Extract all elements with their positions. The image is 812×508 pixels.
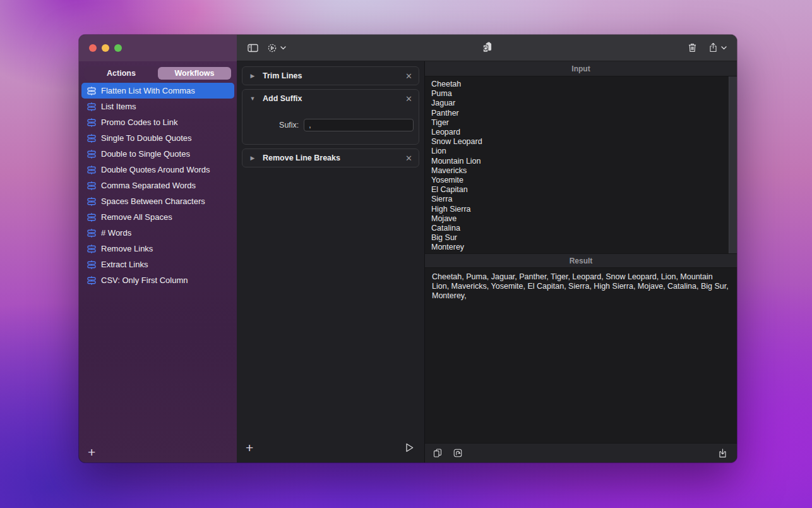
step-card-add-suffix: ▼ Add Suffix ✕ Sufix: xyxy=(242,89,419,145)
toolbar-left-group xyxy=(247,42,286,54)
run-settings-gear-icon xyxy=(266,42,278,54)
sidebar-tab-switcher: Actions Workflows xyxy=(84,66,232,80)
steps-panel: ▶ Trim Lines ✕ ▼ Add Suffix ✕ xyxy=(237,61,424,463)
toggle-sidebar-button[interactable] xyxy=(247,43,259,53)
run-settings-button[interactable] xyxy=(266,42,286,54)
workflow-stack-icon xyxy=(87,149,97,159)
sidebar-item-spaces-between-characters[interactable]: Spaces Between Characters xyxy=(81,193,234,209)
sidebar-item-extract-links[interactable]: Extract Links xyxy=(81,257,234,272)
add-step-button[interactable]: + xyxy=(246,441,253,454)
workflow-stack-icon xyxy=(87,102,97,112)
sidebar-titlebar xyxy=(79,35,237,61)
close-window-button[interactable] xyxy=(89,44,97,52)
sidebar-item-label: # Words xyxy=(101,228,131,238)
toolbar-right-group xyxy=(687,42,727,53)
disclosure-triangle-icon[interactable]: ▶ xyxy=(249,155,256,161)
sidebar-item-csv-only-first-column[interactable]: CSV: Only First Column xyxy=(81,272,234,288)
input-line: Snow Leopard xyxy=(431,137,731,147)
result-textarea[interactable]: Cheetah, Puma, Jaguar, Panther, Tiger, L… xyxy=(425,268,737,443)
use-result-as-input-button[interactable] xyxy=(453,448,463,458)
delete-workflow-button[interactable] xyxy=(687,42,698,53)
close-icon[interactable]: ✕ xyxy=(405,71,412,81)
minimize-window-button[interactable] xyxy=(102,44,109,52)
sidebar-item-comma-separated-words[interactable]: Comma Separated Words xyxy=(81,178,234,193)
sidebar-item-remove-links[interactable]: Remove Links xyxy=(81,241,234,257)
input-line: El Capitan xyxy=(431,185,731,195)
input-header: Input xyxy=(425,61,737,76)
input-line: High Sierra xyxy=(431,205,731,214)
input-header-label: Input xyxy=(571,64,590,73)
workflow-stack-icon xyxy=(87,197,97,207)
sidebar-item-flatten-list-with-commas[interactable]: Flatten List With Commas xyxy=(81,83,234,99)
close-icon[interactable]: ✕ xyxy=(405,154,412,163)
tab-actions[interactable]: Actions xyxy=(85,67,158,80)
step-title: Remove Line Breaks xyxy=(263,154,399,162)
input-line: Lion xyxy=(431,147,731,156)
input-line: Sierra xyxy=(431,195,731,204)
paste-replace-button[interactable] xyxy=(481,41,493,52)
save-result-button[interactable] xyxy=(717,448,728,459)
suffix-input[interactable] xyxy=(304,119,414,131)
sidebar-item-double-quotes-around-words[interactable]: Double Quotes Around Words xyxy=(81,162,234,178)
workflow-stack-icon xyxy=(87,181,97,191)
share-button[interactable] xyxy=(708,42,727,53)
content-area: ▶ Trim Lines ✕ ▼ Add Suffix ✕ xyxy=(237,61,737,463)
input-line: Mountain Lion xyxy=(431,157,731,166)
sidebar-item-promo-codes-to-link[interactable]: Promo Codes to Link xyxy=(81,114,234,130)
workflow-stack-icon xyxy=(87,165,97,175)
workflow-stack-icon xyxy=(87,260,97,270)
input-textarea[interactable]: Cheetah Puma Jaguar Panther Tiger Leopar… xyxy=(425,76,737,253)
input-line: Tiger xyxy=(431,118,731,128)
input-line: Catalina xyxy=(431,224,731,233)
step-card-body: Sufix: xyxy=(242,107,419,144)
sidebar-footer: + xyxy=(79,441,237,463)
save-download-icon xyxy=(717,448,728,459)
main-panel: ▶ Trim Lines ✕ ▼ Add Suffix ✕ xyxy=(237,35,737,463)
toolbar xyxy=(237,35,737,61)
input-line: Leopard xyxy=(431,128,731,137)
sidebar-item-label: CSV: Only First Column xyxy=(101,275,188,285)
suffix-field-label: Sufix: xyxy=(256,121,304,130)
result-header-label: Result xyxy=(570,257,593,265)
result-header: Result xyxy=(425,253,737,268)
input-scrollbar[interactable] xyxy=(729,76,737,253)
disclosure-triangle-icon[interactable]: ▶ xyxy=(249,73,256,79)
input-line: Yosemite xyxy=(431,176,731,185)
desktop-wallpaper: Actions Workflows Flatten List With Comm… xyxy=(0,0,812,508)
sidebar-item-num-words[interactable]: # Words xyxy=(81,225,234,241)
disclosure-triangle-icon[interactable]: ▼ xyxy=(249,95,256,102)
sidebar-item-double-to-single-quotes[interactable]: Double to Single Quotes xyxy=(81,146,234,162)
workflow-stack-icon xyxy=(87,118,97,128)
workflow-stack-icon xyxy=(87,86,97,96)
workflow-stack-icon xyxy=(87,212,97,222)
input-line: Mojave xyxy=(431,214,731,224)
sidebar-item-label: Spaces Between Characters xyxy=(101,197,205,206)
sidebar-item-label: Promo Codes to Link xyxy=(101,118,177,127)
step-card-trim-lines: ▶ Trim Lines ✕ xyxy=(242,66,419,85)
sidebar-item-list-items[interactable]: List Items xyxy=(81,99,234,114)
sidebar-item-label: Flatten List With Commas xyxy=(101,86,195,95)
add-workflow-button[interactable]: + xyxy=(88,445,95,459)
sidebar-item-label: List Items xyxy=(101,102,136,111)
workflow-stack-icon xyxy=(87,133,97,143)
copy-result-button[interactable] xyxy=(433,448,443,458)
sidebar-toggle-icon xyxy=(247,43,259,53)
input-line: Panther xyxy=(431,109,731,118)
sidebar-item-remove-all-spaces[interactable]: Remove All Spaces xyxy=(81,209,234,225)
input-line: Cheetah xyxy=(431,80,731,89)
sidebar-item-single-to-double-quotes[interactable]: Single To Double Quotes xyxy=(81,130,234,146)
share-icon xyxy=(708,42,719,53)
chevron-down-icon xyxy=(280,46,286,50)
sidebar-item-label: Remove Links xyxy=(101,244,153,253)
step-card-header: ▶ Trim Lines ✕ xyxy=(242,67,419,85)
sidebar-item-label: Extract Links xyxy=(101,260,148,269)
result-text: Cheetah, Puma, Jaguar, Panther, Tiger, L… xyxy=(432,272,730,301)
run-workflow-button[interactable] xyxy=(405,443,414,452)
tab-workflows[interactable]: Workflows xyxy=(158,67,231,80)
sidebar-item-label: Comma Separated Words xyxy=(101,181,196,190)
sidebar-item-label: Double Quotes Around Words xyxy=(101,165,210,174)
io-footer xyxy=(425,443,737,463)
close-icon[interactable]: ✕ xyxy=(405,94,412,104)
step-card-header: ▶ Remove Line Breaks ✕ xyxy=(242,149,419,167)
zoom-window-button[interactable] xyxy=(114,44,122,52)
